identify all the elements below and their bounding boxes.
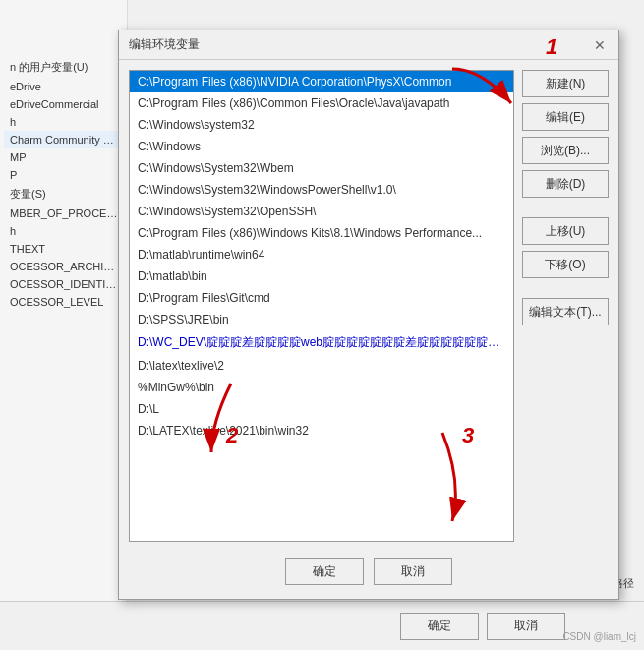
dialog-title-bar: 编辑环境变量 ✕ [119, 30, 618, 60]
action-btn-browse[interactable]: 浏览(B)... [522, 137, 609, 164]
list-item-4[interactable]: C:\Windows\System32\Wbem [130, 157, 513, 179]
action-btn-move-down[interactable]: 下移(O) [522, 251, 609, 278]
list-item-9[interactable]: D:\matlab\bin [130, 266, 513, 287]
dialog-cancel-button[interactable]: 取消 [374, 558, 452, 585]
main-cancel-button[interactable]: 取消 [487, 613, 565, 640]
action-btn-delete[interactable]: 删除(D) [522, 170, 609, 198]
list-item-7[interactable]: C:\Program Files (x86)\Windows Kits\8.1\… [130, 222, 513, 244]
list-item-14[interactable]: %MinGw%\bin [130, 377, 513, 398]
sidebar-item-7: 变量(S) [4, 184, 124, 205]
btn-spacer-7 [522, 284, 609, 292]
sidebar-item-10: THEXT [4, 240, 124, 258]
sidebar-item-13: OCESSOR_LEVEL [4, 293, 124, 311]
sidebar-item-0: n 的用户变量(U) [4, 57, 124, 78]
dialog-title: 编辑环境变量 [129, 36, 200, 53]
main-bottom-bar: 确定 取消 [0, 601, 644, 650]
list-item-15[interactable]: D:\L [130, 398, 513, 420]
sidebar-item-9: h [4, 222, 124, 240]
dialog-footer: 确定 取消 [129, 550, 609, 589]
dialog-body: C:\Program Files (x86)\NVIDIA Corporatio… [119, 60, 618, 599]
watermark: CSDN @liam_lcj [562, 631, 636, 642]
action-btn-new[interactable]: 新建(N) [522, 70, 609, 97]
sidebar-item-11: OCESSOR_ARCHITECT [4, 258, 124, 275]
dialog-main-area: C:\Program Files (x86)\NVIDIA Corporatio… [129, 70, 609, 542]
dialog-ok-button[interactable]: 确定 [285, 558, 364, 585]
sidebar-item-4: Charm Community Edi [4, 131, 124, 148]
sidebar-content: n 的用户变量(U)eDriveeDriveCommercialhCharm C… [0, 49, 128, 319]
list-item-6[interactable]: C:\Windows\System32\OpenSSH\ [130, 201, 513, 222]
list-item-13[interactable]: D:\latex\texlive\2 [130, 355, 513, 377]
path-list[interactable]: C:\Program Files (x86)\NVIDIA Corporatio… [129, 70, 514, 542]
sidebar-item-2: eDriveCommercial [4, 95, 124, 113]
list-item-5[interactable]: C:\Windows\System32\WindowsPowerShell\v1… [130, 179, 513, 201]
list-item-1[interactable]: C:\Program Files (x86)\Common Files\Orac… [130, 92, 513, 114]
dialog-close-button[interactable]: ✕ [591, 36, 609, 54]
sidebar-item-3: h [4, 113, 124, 131]
main-ok-button[interactable]: 确定 [400, 613, 479, 640]
sidebar-item-8: MBER_OF_PROCESSOR [4, 205, 124, 222]
action-btn-edit[interactable]: 编辑(E) [522, 103, 609, 131]
sidebar-item-1: eDrive [4, 78, 124, 95]
list-item-0[interactable]: C:\Program Files (x86)\NVIDIA Corporatio… [130, 71, 513, 92]
sidebar-item-6: P [4, 166, 124, 184]
action-buttons-panel: 新建(N)编辑(E)浏览(B)...删除(D)上移(U)下移(O)编辑文本(T)… [522, 70, 609, 542]
list-item-2[interactable]: C:\Windows\system32 [130, 114, 513, 136]
sidebar-item-12: OCESSOR_IDENTIFIER [4, 275, 124, 293]
list-item-16[interactable]: D:\LATEX\texlive\2021\bin\win32 [130, 420, 513, 442]
action-btn-move-up[interactable]: 上移(U) [522, 217, 609, 245]
list-item-3[interactable]: C:\Windows [130, 136, 513, 157]
list-item-10[interactable]: D:\Program Files\Git\cmd [130, 287, 513, 309]
list-item-11[interactable]: D:\SPSS\JRE\bin [130, 309, 513, 330]
sidebar: n 的用户变量(U)eDriveeDriveCommercialhCharm C… [0, 0, 128, 650]
sidebar-item-5: MP [4, 148, 124, 166]
action-btn-edit-text[interactable]: 编辑文本(T)... [522, 298, 609, 325]
btn-spacer-4 [522, 204, 609, 211]
env-var-dialog: 编辑环境变量 ✕ C:\Program Files (x86)\NVIDIA C… [118, 30, 619, 600]
list-item-8[interactable]: D:\matlab\runtime\win64 [130, 244, 513, 266]
list-item-12[interactable]: D:\WC_DEV\腚腚腚差腚腚腚腚web腚腚腚腚腚腚腚差腚腚腚腚腚腚腚... [130, 330, 513, 355]
